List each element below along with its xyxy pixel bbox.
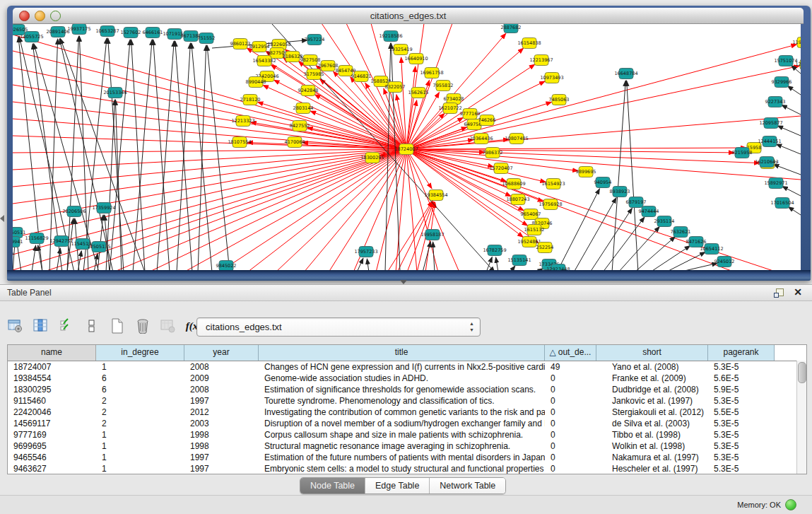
table-row[interactable]: 969969511998Structural magnetic resonanc… — [8, 440, 806, 452]
network-node[interactable]: 9329966 — [772, 77, 792, 88]
network-node[interactable]: 16648784 — [614, 69, 637, 79]
table-chooser-dropdown[interactable]: citations_edges.txt ▲▼ — [196, 317, 481, 337]
network-node[interactable]: 15720407 — [489, 163, 512, 174]
table-row[interactable]: 1872400712008Changes of HCN gene express… — [8, 361, 806, 373]
column-header-title[interactable]: title — [259, 345, 545, 361]
network-node[interactable]: 7632621 — [671, 227, 691, 238]
network-node[interactable]: 746266 — [478, 115, 496, 126]
table-row[interactable]: 946554611997Estimation of the future num… — [8, 452, 806, 463]
network-node[interactable]: 11954909 — [792, 37, 801, 48]
tab-node-table[interactable]: Node Table — [300, 478, 365, 493]
network-node[interactable]: 940954 — [594, 177, 612, 188]
network-node[interactable]: 15135141 — [507, 255, 531, 266]
network-node[interactable]: 16154838 — [517, 38, 541, 49]
network-node[interactable]: 8215958 — [732, 148, 753, 158]
network-node[interactable]: 3919941 — [13, 237, 23, 247]
network-node[interactable]: 7955812 — [433, 81, 454, 91]
network-node[interactable]: 20891406 — [46, 27, 69, 37]
network-node[interactable]: 17957233 — [354, 247, 377, 257]
network-node[interactable]: 19937175 — [67, 24, 90, 35]
delete-table-button-disabled[interactable] — [160, 317, 177, 334]
table-scrollbar-thumb[interactable] — [798, 362, 806, 383]
network-node[interactable]: 8322057 — [385, 82, 406, 93]
network-node[interactable]: 17359924 — [92, 203, 115, 214]
network-node[interactable]: 9146821 — [351, 71, 372, 82]
network-node[interactable]: 10807485 — [505, 134, 528, 144]
new-document-icon — [112, 319, 122, 333]
network-node[interactable]: 252254 — [536, 243, 554, 253]
network-node[interactable]: 12942757 — [49, 236, 73, 247]
column-header-out_de[interactable]: △out_de... — [545, 345, 596, 361]
network-node[interactable]: 16640910 — [404, 54, 428, 64]
network-node[interactable]: 7957224 — [305, 35, 325, 45]
network-node[interactable]: 9474444 — [639, 206, 659, 217]
close-panel-icon[interactable]: ✕ — [794, 286, 802, 298]
network-node[interactable]: 9899695 — [576, 167, 596, 177]
tab-network-table[interactable]: Network Table — [430, 478, 505, 493]
column-header-year[interactable]: year — [184, 345, 259, 361]
column-header-pagerank[interactable]: pagerank — [708, 345, 775, 361]
row-height-button[interactable] — [83, 317, 100, 334]
network-node[interactable]: 9227343 — [765, 97, 786, 107]
table-row[interactable]: 1830029562008Estimation of significance … — [8, 384, 806, 395]
table-row[interactable]: 946362711997Embryonic stem cells: a mode… — [8, 463, 806, 474]
network-node[interactable]: 9860123 — [230, 39, 251, 49]
show-columns-button[interactable] — [33, 317, 49, 334]
network-node[interactable]: 9845022 — [216, 261, 237, 271]
table-row[interactable]: 2242004622012Investigating the contribut… — [8, 407, 806, 418]
west-panel-collapse-icon[interactable] — [0, 215, 4, 222]
table-row[interactable]: 1938455462009Genome-wide association stu… — [8, 373, 806, 384]
column-header-short[interactable]: short — [596, 345, 708, 361]
network-node[interactable]: 7485063 — [549, 95, 570, 105]
new-column-button[interactable] — [109, 317, 126, 334]
network-node[interactable]: 1562615 — [408, 88, 429, 98]
network-node[interactable]: 16154923 — [541, 179, 565, 189]
network-node[interactable]: 16782759 — [483, 245, 506, 256]
network-node[interactable]: 751552 — [198, 33, 216, 44]
network-node[interactable]: 19756928 — [539, 199, 562, 210]
table-row[interactable]: 1456911722003Disruption of a novel membe… — [8, 418, 806, 429]
network-node[interactable]: 20153346 — [103, 88, 126, 98]
table-settings-button[interactable] — [7, 317, 24, 334]
network-node[interactable]: 2803144 — [293, 103, 314, 114]
network-node[interactable]: 10653287 — [95, 26, 119, 37]
column-header-name[interactable]: name — [8, 345, 96, 361]
network-node[interactable]: 1527602 — [121, 28, 141, 38]
network-node[interactable]: 1615132 — [524, 225, 545, 235]
network-node[interactable]: 18107554 — [228, 137, 251, 148]
network-node[interactable]: 12213967 — [529, 55, 553, 66]
network-node[interactable]: 19958187 — [420, 230, 444, 240]
select-all-columns-button[interactable] — [58, 317, 75, 334]
network-node[interactable]: 8938923 — [610, 187, 630, 197]
table-scrollbar[interactable] — [796, 361, 806, 474]
network-node[interactable]: 6466161 — [143, 28, 163, 38]
network-node[interactable]: 9777169 — [460, 109, 481, 119]
network-node[interactable]: 4170064 — [285, 137, 305, 148]
network-node[interactable]: 9245012 — [714, 257, 735, 267]
delete-column-button[interactable] — [134, 317, 151, 334]
network-node[interactable]: 19325419 — [389, 45, 412, 55]
network-node[interactable]: 8990448 — [246, 77, 266, 88]
svg-text:6879197: 6879197 — [626, 199, 647, 205]
table-header-row: namein_degreeyeartitle△out_de...shortpag… — [8, 345, 806, 361]
network-node[interactable]: 15751074 — [774, 56, 797, 66]
network-canvas[interactable]: 1872400719384554183002959777169649756874… — [13, 24, 801, 270]
network-node[interactable]: 19218586 — [379, 31, 402, 42]
network-node[interactable]: 9242848 — [298, 86, 319, 96]
table-row[interactable]: 911546021997Tourette syndrome. Phenomeno… — [8, 395, 806, 407]
table-row[interactable]: 977716911998Corpus callosum shape and si… — [8, 429, 806, 440]
network-node[interactable]: 16961758 — [420, 68, 443, 78]
network-node[interactable]: 11156829 — [25, 233, 48, 244]
network-node[interactable]: 15892971 — [764, 178, 787, 189]
network-node[interactable]: 8427552 — [290, 121, 310, 132]
network-node[interactable]: 2718120 — [240, 95, 261, 105]
network-node[interactable]: 17016504 — [770, 198, 794, 209]
float-panel-icon[interactable] — [776, 288, 784, 296]
window-titlebar[interactable]: citations_edges.txt — [13, 8, 804, 24]
column-header-in_degree[interactable]: in_degree — [96, 345, 184, 361]
network-node[interactable]: 2887682 — [501, 24, 522, 33]
network-node[interactable]: 3175985 — [304, 69, 324, 80]
network-node[interactable]: 2935114 — [654, 216, 675, 227]
tab-edge-table[interactable]: Edge Table — [365, 478, 430, 493]
network-node[interactable]: 7986372 — [483, 148, 503, 158]
